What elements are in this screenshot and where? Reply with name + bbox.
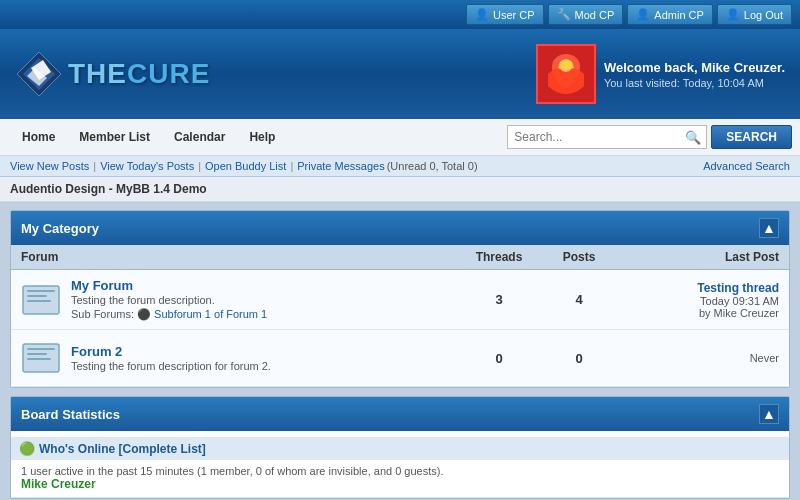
mod-icon: 🔧 [557, 8, 571, 21]
welcome-box: Welcome back, Mike Creuzer. You last vis… [536, 44, 785, 104]
last-post: Never [619, 352, 779, 364]
header: THECURE Welcome back, Mike Creuzer. You … [0, 29, 800, 119]
mod-cp-button[interactable]: 🔧 Mod CP [548, 4, 624, 25]
statistics-toggle-button[interactable]: ▲ [759, 404, 779, 424]
nav-calendar[interactable]: Calendar [162, 120, 237, 154]
view-new-posts-link[interactable]: View New Posts [10, 160, 89, 172]
links-bar: View New Posts | View Today's Posts | Op… [0, 156, 800, 177]
links-bar-left: View New Posts | View Today's Posts | Op… [10, 160, 478, 172]
logout-button[interactable]: 👤 Log Out [717, 4, 792, 25]
forum-info: Forum 2 Testing the forum description fo… [71, 344, 459, 372]
forum-header-row: Forum Threads Posts Last Post [11, 245, 789, 270]
category-header: My Category ▲ [11, 211, 789, 245]
whos-online-title[interactable]: Who's Online [Complete List] [39, 442, 206, 456]
breadcrumb: Audentio Design - MyBB 1.4 Demo [0, 177, 800, 202]
statistics-block: Board Statistics ▲ 🟢 Who's Online [Compl… [10, 396, 790, 499]
last-post-title[interactable]: Testing thread [619, 281, 779, 295]
search-magnifier-icon: 🔍 [685, 130, 701, 145]
advanced-search-link[interactable]: Advanced Search [703, 160, 790, 172]
nav-bar: Home Member List Calendar Help 🔍 SEARCH [0, 119, 800, 156]
user-cp-button[interactable]: 👤 User CP [466, 4, 544, 25]
post-count: 0 [539, 351, 619, 366]
logo-icon [15, 50, 63, 98]
nav-members[interactable]: Member List [67, 120, 162, 154]
avatar [536, 44, 596, 104]
top-bar: 👤 User CP 🔧 Mod CP 👤 Admin CP 👤 Log Out [0, 0, 800, 29]
svg-rect-9 [27, 300, 51, 302]
forum-icon [21, 280, 61, 320]
category-block: My Category ▲ Forum Threads Posts Last P… [10, 210, 790, 388]
nav-help[interactable]: Help [237, 120, 287, 154]
nav-home[interactable]: Home [10, 120, 67, 154]
category-toggle-button[interactable]: ▲ [759, 218, 779, 238]
forum-name[interactable]: Forum 2 [71, 344, 459, 359]
open-buddy-list-link[interactable]: Open Buddy List [205, 160, 286, 172]
whos-online-section: 🟢 Who's Online [Complete List] 1 user ac… [11, 431, 789, 498]
category-body: Forum Threads Posts Last Post My Forum T… [11, 245, 789, 387]
last-post: Testing thread Today 09:31 AM by Mike Cr… [619, 281, 779, 319]
search-input[interactable] [507, 125, 707, 149]
view-todays-posts-link[interactable]: View Today's Posts [100, 160, 194, 172]
post-count: 4 [539, 292, 619, 307]
statistics-header: Board Statistics ▲ [11, 397, 789, 431]
search-button[interactable]: SEARCH [711, 125, 792, 149]
subforum-link[interactable]: ⚫ Subforum 1 of Forum 1 [137, 308, 267, 320]
forum-sub: Sub Forums: ⚫ Subforum 1 of Forum 1 [71, 308, 459, 321]
statistics-body: 🟢 Who's Online [Complete List] 1 user ac… [11, 431, 789, 498]
forum-icon [21, 338, 61, 378]
logo-text: THECURE [68, 58, 210, 90]
welcome-text: Welcome back, Mike Creuzer. You last vis… [604, 60, 785, 89]
thread-count: 3 [459, 292, 539, 307]
user-icon: 👤 [475, 8, 489, 21]
online-text: 1 user active in the past 15 minutes (1 … [21, 465, 779, 477]
pm-count: (Unread 0, Total 0) [387, 160, 478, 172]
forum-desc: Testing the forum description. [71, 294, 459, 306]
svg-rect-8 [27, 295, 47, 297]
svg-rect-7 [27, 290, 55, 292]
search-bar: 🔍 SEARCH [499, 119, 800, 155]
admin-cp-button[interactable]: 👤 Admin CP [627, 4, 713, 25]
whos-online-header: 🟢 Who's Online [Complete List] [11, 437, 789, 460]
forum-row: Forum 2 Testing the forum description fo… [11, 330, 789, 387]
forum-row: My Forum Testing the forum description. … [11, 270, 789, 330]
forum-desc: Testing the forum description for forum … [71, 360, 459, 372]
logo: THECURE [15, 50, 210, 98]
svg-rect-12 [27, 353, 47, 355]
thread-count: 0 [459, 351, 539, 366]
svg-rect-13 [27, 358, 51, 360]
forum-info: My Forum Testing the forum description. … [71, 278, 459, 321]
admin-icon: 👤 [636, 8, 650, 21]
svg-rect-11 [27, 348, 55, 350]
private-messages-link[interactable]: Private Messages [297, 160, 384, 172]
forum-name[interactable]: My Forum [71, 278, 459, 293]
online-user-link[interactable]: Mike Creuzer [21, 477, 779, 491]
logout-icon: 👤 [726, 8, 740, 21]
